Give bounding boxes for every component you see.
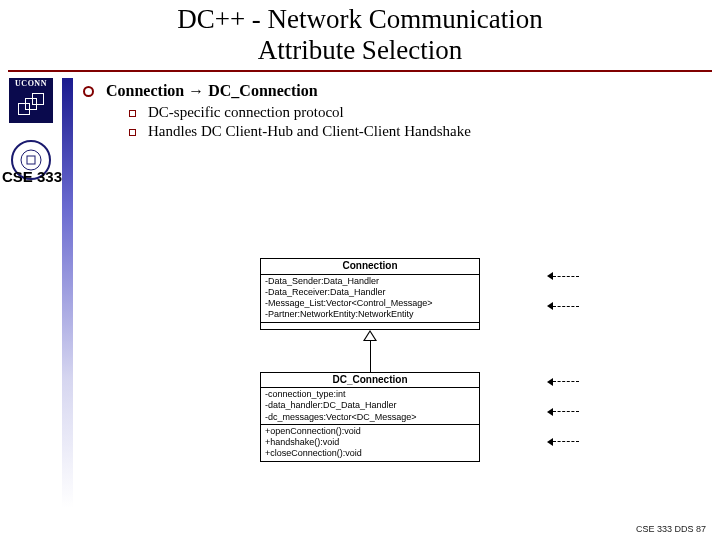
sub-bullet-text: DC-specific connection protocol — [148, 104, 344, 121]
uml-attributes: -Data_Sender:Data_Handler -Data_Receiver… — [261, 275, 479, 323]
uconn-logo: UCONN — [9, 78, 53, 138]
uml-dependency-arrows — [547, 272, 579, 310]
uml-class-name: DC_Connection — [261, 373, 479, 389]
square-bullet-icon — [129, 129, 136, 136]
sub-bullet-text: Handles DC Client-Hub and Client-Client … — [148, 123, 471, 140]
uml-dependency-arrows — [547, 378, 579, 446]
title-block: DC++ - Network Communication Attribute S… — [0, 0, 720, 68]
gradient-bar — [62, 78, 73, 508]
logo-text: UCONN — [9, 78, 53, 89]
sub-bullet: DC-specific connection protocol — [129, 104, 708, 121]
uml-class-dc-connection: DC_Connection -connection_type:int -data… — [260, 372, 480, 462]
uml-attributes: -connection_type:int -data_handler:DC_Da… — [261, 388, 479, 425]
sidebar: UCONN — [0, 72, 62, 180]
circle-bullet-icon — [83, 86, 94, 97]
uml-diagram: Connection -Data_Sender:Data_Handler -Da… — [205, 258, 535, 462]
bullet-heading: Connection → DC_Connection — [106, 82, 318, 100]
uml-inheritance-arrow — [205, 330, 535, 372]
title-line-1: DC++ - Network Communication — [0, 4, 720, 35]
square-bullet-icon — [129, 110, 136, 117]
uml-operations: +openConnection():void +handshake():void… — [261, 425, 479, 461]
content-area: Connection → DC_Connection DC-specific c… — [79, 72, 720, 142]
sub-bullets: DC-specific connection protocol Handles … — [129, 104, 708, 140]
bullet-level-1: Connection → DC_Connection — [83, 82, 708, 100]
title-line-2: Attribute Selection — [0, 35, 720, 66]
course-label: CSE 333 — [2, 168, 62, 185]
uml-class-name: Connection — [261, 259, 479, 275]
uml-operations-empty — [261, 323, 479, 329]
svg-rect-1 — [27, 156, 35, 164]
svg-point-0 — [21, 150, 41, 170]
sub-bullet: Handles DC Client-Hub and Client-Client … — [129, 123, 708, 140]
triangle-arrowhead-icon — [363, 330, 377, 341]
logo-graphic — [9, 89, 53, 123]
footer-label: CSE 333 DDS 87 — [636, 524, 706, 534]
uml-class-connection: Connection -Data_Sender:Data_Handler -Da… — [260, 258, 480, 330]
